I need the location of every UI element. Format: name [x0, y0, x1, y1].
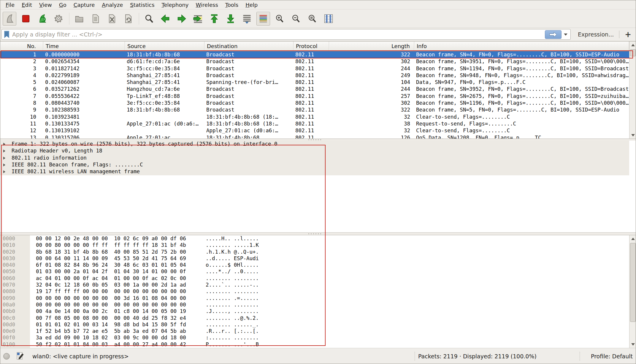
hex-bytes[interactable]: 00 00 12 00 2e 48 00 00 10 02 6c 09 a0 0… [36, 235, 186, 242]
column-header-info[interactable]: Info [414, 42, 629, 51]
menu-telephony[interactable]: Telephony [158, 1, 192, 9]
hex-bytes[interactable]: 00 00 00 00 00 00 00 00 00 00 00 00 00 0… [36, 301, 186, 308]
packet-list-scrollbar[interactable] [629, 42, 636, 139]
detail-row-3[interactable]: 802.11 radio information [0, 155, 636, 161]
hex-bytes[interactable]: 00 00 80 00 00 00 ff ff ff ff ff ff 18 3… [36, 242, 186, 248]
colorize-packets-button[interactable] [256, 12, 270, 26]
restart-capture-button[interactable] [35, 12, 49, 26]
menu-wireless[interactable]: Wireless [192, 1, 222, 9]
splitter-grip[interactable] [308, 139, 321, 140]
hex-ascii[interactable]: o......$ 0Hl..... [206, 262, 259, 268]
hex-ascii[interactable]: ........ .=...... [206, 295, 259, 301]
hex-row-0060[interactable]: 0060ac 04 01 00 00 0f ac 04 01 00 00 0f … [0, 275, 636, 282]
find-packet-button[interactable] [142, 12, 156, 26]
hex-row-0040[interactable]: 00406f 01 08 82 84 8b 96 24 30 48 6c 03 … [0, 262, 636, 268]
hex-bytes[interactable]: 1f 52 b4 b5 b7 72 ae e5 5b ab 3a ed 07 0… [36, 328, 186, 334]
zoom-in-button[interactable] [273, 12, 286, 26]
hex-bytes[interactable]: 00 7f 08 05 00 08 00 00 00 00 40 dd 25 f… [36, 315, 186, 321]
hex-row-0090[interactable]: 009000 00 00 00 00 00 00 00 00 3d 16 01 … [0, 295, 636, 301]
hex-bytes[interactable]: 00 00 64 00 11 14 00 09 45 53 50 2d 41 7… [36, 255, 186, 262]
menu-edit[interactable]: Edit [18, 1, 36, 9]
packet-row-4[interactable]: 40.022799189Shanghai_27:85:41Broadcast80… [0, 72, 629, 79]
expand-arrow-icon[interactable] [3, 150, 5, 152]
hex-row-00f0[interactable]: 00f03a ed dd 09 00 10 18 02 03 00 9c 00 … [0, 334, 636, 341]
display-filter-input[interactable] [12, 31, 545, 38]
hex-row-00d0[interactable]: 00d001 01 01 02 01 00 03 14 98 d8 bd b4 … [0, 321, 636, 328]
hex-ascii[interactable]: ........ .....1.K [206, 242, 259, 248]
hex-bytes[interactable]: 19 17 ff ff ff 00 00 00 00 00 00 00 00 0… [36, 288, 186, 295]
hex-row-0050[interactable]: 005001 03 00 00 2a 01 04 2f 01 04 30 14 … [0, 268, 636, 275]
packet-row-11[interactable]: 110.130133475Apple_27:01:ac (d0:a6:…18:3… [0, 120, 629, 127]
filter-bookmark-icon[interactable] [4, 31, 9, 38]
hex-row-0070[interactable]: 007032 04 0c 12 18 60 0b 05 03 00 1a 00 … [0, 282, 636, 288]
column-header-source[interactable]: Source [125, 42, 204, 51]
expression-button[interactable]: Expression... [578, 31, 614, 38]
reload-file-button[interactable] [121, 12, 135, 26]
expand-arrow-icon[interactable] [3, 170, 5, 173]
stop-capture-button[interactable] [19, 12, 33, 26]
profile-button[interactable]: Profile: Default [591, 353, 633, 360]
scroll-down-arrow[interactable] [629, 341, 636, 348]
save-file-button[interactable] [89, 12, 102, 26]
scroll-down-arrow[interactable] [629, 132, 636, 139]
hex-bytes[interactable]: 01 03 00 00 2a 01 04 2f 01 04 30 14 01 0… [36, 268, 186, 275]
hex-bytes[interactable]: 3a ed dd 09 00 10 18 02 03 00 9c 00 00 d… [36, 334, 186, 341]
hex-ascii[interactable]: .J....., ........ [206, 308, 259, 314]
go-to-packet-button[interactable] [191, 12, 205, 26]
detail-row-1[interactable]: Frame 1: 322 bytes on wire (2576 bits), … [0, 141, 636, 147]
hex-ascii[interactable]: P....... ...'...B [206, 341, 259, 348]
menu-analyze[interactable]: Analyze [98, 1, 126, 9]
packet-row-6[interactable]: 60.035271262Hangzhou_cd:7a:6eBroadcast80… [0, 86, 629, 93]
packet-row-9[interactable]: 90.10238859318:31:bf:4b:8b:68Broadcast80… [0, 107, 629, 113]
menu-help[interactable]: Help [242, 1, 261, 9]
detail-row-5[interactable]: IEEE 802.11 wireless LAN management fram… [0, 168, 636, 175]
close-file-button[interactable] [105, 12, 119, 26]
packet-row-10[interactable]: 100.10392348118:31:bf:4b:8b:68 (18:…802.… [0, 114, 629, 120]
hex-ascii[interactable]: ..d..... ESP-Audi [206, 255, 259, 262]
column-header-time[interactable]: Time [43, 42, 125, 51]
hex-ascii[interactable]: .R...r.. [.:...[. [206, 328, 259, 334]
splitter-grip[interactable] [308, 233, 321, 234]
hex-bytes[interactable]: 8b 68 18 31 bf 4b 8b 68 40 00 85 51 2d 7… [36, 249, 186, 255]
hex-row-00e0[interactable]: 00e01f 52 b4 b5 b7 72 ae e5 5b ab 3a ed … [0, 328, 636, 334]
packet-row-8[interactable]: 80.0804437403e:f5:cc:0e:35:84Broadcast80… [0, 100, 629, 107]
auto-scroll-button[interactable] [240, 12, 254, 26]
menu-view[interactable]: View [36, 1, 55, 9]
hex-row-00c0[interactable]: 00c000 7f 08 05 00 08 00 00 00 00 40 dd … [0, 315, 636, 321]
hex-ascii[interactable]: ....*../ ..0..... [206, 268, 259, 275]
hex-row-00b0[interactable]: 00b000 4a 0e 14 00 0a 00 2c 01 c8 00 14 … [0, 308, 636, 314]
detail-row-4[interactable]: IEEE 802.11 Beacon frame, Flags: .......… [0, 161, 636, 168]
hex-ascii[interactable]: .....H.. ..l..... [206, 235, 259, 242]
hex-ascii[interactable]: ........ ..@.%.2. [206, 315, 259, 321]
pane-splitter[interactable] [0, 232, 636, 235]
start-capture-button[interactable] [3, 12, 16, 26]
display-filter-box[interactable] [1, 29, 571, 40]
column-header-no[interactable]: No. [0, 42, 43, 51]
packet-row-13[interactable]: 130.130315706Apple_27:01:ac18:31:bf:4b:8… [0, 134, 629, 139]
add-filter-button[interactable]: + [625, 31, 631, 38]
packet-row-3[interactable]: 30.0118271423c:f5:cc:0e:35:84Broadcast80… [0, 65, 629, 72]
hex-bytes[interactable]: 01 01 01 02 01 00 03 14 98 d8 bd b4 15 8… [36, 321, 186, 328]
go-last-packet-button[interactable] [224, 12, 237, 26]
hex-ascii[interactable]: .h.1.K.h @..Q-u+. [206, 249, 259, 255]
capture-comment-icon[interactable] [16, 352, 24, 361]
hex-row-0020[interactable]: 00208b 68 18 31 bf 4b 8b 68 40 00 85 51 … [0, 249, 636, 255]
column-header-len[interactable]: Length [329, 42, 414, 51]
go-forward-button[interactable] [175, 12, 188, 26]
resize-columns-button[interactable] [322, 12, 335, 26]
hex-row-0010[interactable]: 001000 00 80 00 00 00 ff ff ff ff ff ff … [0, 242, 636, 248]
packet-row-12[interactable]: 120.130139102Apple_27:01:ac (d0:a6:…802.… [0, 127, 629, 134]
packet-row-7[interactable]: 70.055536422Tp-LinkT_ef:48:88Broadcast80… [0, 93, 629, 100]
hex-row-0080[interactable]: 008019 17 ff ff ff 00 00 00 00 00 00 00 … [0, 288, 636, 295]
hex-ascii[interactable]: ........ ........ [206, 301, 259, 308]
scroll-up-arrow[interactable] [629, 235, 636, 242]
menu-capture[interactable]: Capture [70, 1, 99, 9]
packet-row-2[interactable]: 20.002654354d6:61:fe:cd:7a:6eBroadcast80… [0, 58, 629, 65]
menu-file[interactable]: File [2, 1, 18, 9]
go-back-button[interactable] [158, 12, 172, 26]
expert-info-icon[interactable] [3, 353, 10, 360]
hex-ascii[interactable]: 2....`.. .....-.. [206, 282, 259, 288]
column-header-dest[interactable]: Destination [204, 42, 294, 51]
packet-row-5[interactable]: 50.024060087Shanghai_27:85:41Spanning-tr… [0, 79, 629, 86]
scrollbar-thumb[interactable] [630, 243, 636, 322]
